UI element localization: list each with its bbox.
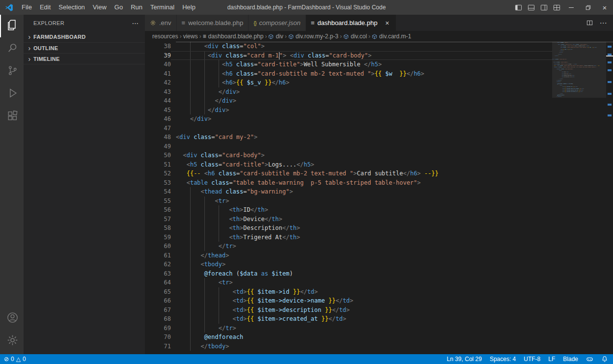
line-number: 67 bbox=[145, 306, 171, 315]
symbol-icon bbox=[372, 34, 377, 39]
code-line[interactable]: 45 </div> bbox=[145, 106, 613, 115]
blade-file-icon: ≡ bbox=[203, 33, 206, 40]
layout-customize-icon[interactable] bbox=[550, 0, 563, 15]
problems-indicator[interactable]: ⊘ 0 △ 0 bbox=[4, 356, 26, 363]
split-editor-icon[interactable] bbox=[584, 17, 595, 29]
code-line[interactable]: 60 </tr> bbox=[145, 242, 613, 251]
code-line[interactable]: 71 </tbody> bbox=[145, 342, 613, 351]
status-eol[interactable]: LF bbox=[548, 356, 555, 363]
code-line[interactable]: 40 <h5 class="card-title">Well Submersib… bbox=[145, 60, 613, 69]
minimap[interactable]: <div class="col"> <div class="card m-1">… bbox=[552, 42, 606, 354]
more-actions-icon[interactable]: ⋯ bbox=[597, 17, 609, 29]
code-line[interactable]: 38 <div class="col"> bbox=[145, 42, 613, 51]
code-line[interactable]: 44 </div> bbox=[145, 96, 613, 106]
sidebar-section-farmdashboard[interactable]: ›FARMDASHBOARD bbox=[24, 31, 145, 42]
code-line[interactable]: 57 <th>Device</th> bbox=[145, 215, 613, 224]
code-line[interactable]: 65 <td>{{ $item->id }}</td> bbox=[145, 287, 613, 297]
notifications-bell-icon[interactable] bbox=[601, 356, 608, 363]
status-encoding[interactable]: UTF-8 bbox=[524, 356, 540, 363]
menu-terminal[interactable]: Terminal bbox=[146, 0, 178, 15]
menu-selection[interactable]: Selection bbox=[55, 0, 88, 15]
activity-extensions[interactable] bbox=[0, 105, 24, 128]
code-line[interactable]: 41 <h6 class="card-subtitle mb-2 text-mu… bbox=[145, 69, 613, 79]
layout-sidebar-right-icon[interactable] bbox=[537, 0, 550, 15]
code-line[interactable]: 67 <td>{{ $item->description }}</td> bbox=[145, 306, 613, 315]
copilot-icon[interactable] bbox=[586, 356, 593, 363]
sidebar-section-timeline[interactable]: ›TIMELINE bbox=[24, 53, 145, 64]
menu-file[interactable]: File bbox=[18, 0, 36, 15]
breadcrumb-item[interactable]: resources bbox=[152, 33, 178, 40]
code-line[interactable]: 63 @foreach ($data as $item) bbox=[145, 269, 613, 279]
menu-view[interactable]: View bbox=[89, 0, 111, 15]
restore-button[interactable] bbox=[580, 0, 596, 15]
code-line[interactable]: 61 </thead> bbox=[145, 251, 613, 260]
sidebar-more-actions-icon[interactable]: ⋯ bbox=[132, 19, 139, 27]
code-line[interactable]: 69 </tr> bbox=[145, 324, 613, 333]
indent-guide bbox=[190, 242, 191, 251]
indent-guide bbox=[204, 233, 205, 242]
menu-help[interactable]: Help bbox=[178, 0, 199, 15]
breadcrumb-item[interactable]: views bbox=[183, 33, 198, 40]
code-line[interactable]: 59 <th>Trigered At</th> bbox=[145, 233, 613, 242]
tab-.env[interactable]: .env bbox=[145, 15, 177, 31]
code-line[interactable]: 49 bbox=[145, 142, 613, 151]
breadcrumb-item[interactable]: div.col bbox=[343, 33, 367, 40]
tab-composer.json[interactable]: {}composer.json bbox=[249, 15, 306, 31]
error-count: 0 bbox=[11, 356, 14, 363]
indent-guide bbox=[190, 269, 191, 279]
code-line[interactable]: 42 <h6>{{ $s_v }}</h6> bbox=[145, 78, 613, 87]
breadcrumb-item[interactable]: div.row.my-2.p-3 bbox=[288, 33, 338, 40]
activity-explorer[interactable] bbox=[0, 15, 24, 37]
menu-edit[interactable]: Edit bbox=[36, 0, 55, 15]
code-line[interactable]: 64 <tr> bbox=[145, 278, 613, 287]
code-line[interactable]: 39 <div class="card m-1"> <div class="ca… bbox=[145, 51, 613, 60]
layout-panel-icon[interactable] bbox=[525, 0, 537, 15]
code-line[interactable]: 55 <tr> bbox=[145, 196, 613, 206]
code-line[interactable]: 58 <th>Description</th> bbox=[145, 224, 613, 233]
code-line[interactable]: 53 <table class="table table-warning p-5… bbox=[145, 178, 613, 188]
activity-search[interactable] bbox=[0, 37, 24, 60]
indent-guide bbox=[190, 42, 191, 51]
breadcrumb-item[interactable]: div.card.m-1 bbox=[372, 33, 411, 40]
breadcrumb-item[interactable]: ≡dashboard.blade.php bbox=[203, 33, 264, 40]
code-line[interactable]: 51 <h5 class="card-title">Logs....</h5> bbox=[145, 160, 613, 169]
code-line[interactable]: 52 {{-- <h6 class="card-subtitle mb-2 te… bbox=[145, 169, 613, 178]
code-line[interactable]: 62 <tbody> bbox=[145, 260, 613, 269]
code-line[interactable]: 54 <thead class="bg-warning"> bbox=[145, 187, 613, 196]
tab-dashboard.blade.php[interactable]: ≡dashboard.blade.php× bbox=[306, 15, 397, 31]
code-line[interactable]: 43 </div> bbox=[145, 87, 613, 97]
line-number: 48 bbox=[145, 133, 171, 142]
code-line[interactable]: 46 </div> bbox=[145, 114, 613, 124]
menu-go[interactable]: Go bbox=[111, 0, 127, 15]
close-window-button[interactable]: × bbox=[596, 0, 613, 15]
minimize-button[interactable] bbox=[563, 0, 580, 15]
restore-icon bbox=[585, 4, 592, 11]
tab-welcome.blade.php[interactable]: ≡welcome.blade.php bbox=[177, 15, 249, 31]
indent-guide bbox=[219, 306, 219, 315]
code-line[interactable]: 66 <td>{{ $item->device->name }}</td> bbox=[145, 296, 613, 306]
sidebar-section-outline[interactable]: ›OUTLINE bbox=[24, 42, 145, 53]
code-line[interactable]: 47 bbox=[145, 124, 613, 133]
activity-settings[interactable] bbox=[0, 330, 24, 352]
layout-sidebar-left-icon[interactable] bbox=[512, 0, 525, 15]
code-line[interactable]: 48<div class="card my-2"> bbox=[145, 133, 613, 142]
line-number: 53 bbox=[145, 178, 171, 188]
status-indentation[interactable]: Spaces: 4 bbox=[490, 356, 516, 363]
code-line[interactable]: 68 <td>{{ $item->created_at }}</td> bbox=[145, 314, 613, 324]
code-line[interactable]: 56 <th>ID</th> bbox=[145, 205, 613, 215]
status-cursor-position[interactable]: Ln 39, Col 29 bbox=[447, 356, 482, 363]
code-line[interactable]: 50 <div class="card-body"> bbox=[145, 151, 613, 160]
code-line[interactable]: 70 @endforeach bbox=[145, 333, 613, 342]
line-content: <div class="col"> bbox=[176, 42, 265, 51]
activity-account[interactable] bbox=[0, 307, 24, 330]
breadcrumb-item[interactable]: div bbox=[268, 33, 283, 40]
activity-source-control[interactable] bbox=[0, 60, 24, 83]
activity-run-debug[interactable] bbox=[0, 83, 24, 105]
status-language[interactable]: Blade bbox=[563, 356, 578, 363]
indent-guide bbox=[190, 106, 191, 115]
indent-guide bbox=[204, 287, 205, 297]
close-tab-icon[interactable]: × bbox=[383, 19, 391, 27]
menu-run[interactable]: Run bbox=[127, 0, 146, 15]
code-area[interactable]: 38 <div class="col">39 <div class="card … bbox=[145, 42, 613, 354]
line-number: 68 bbox=[145, 314, 171, 324]
